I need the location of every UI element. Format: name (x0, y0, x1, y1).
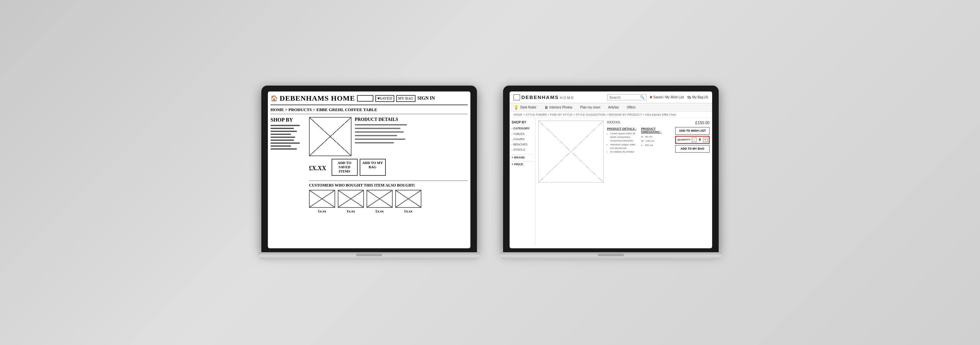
sketch-thumb-4: £x.xx (395, 190, 422, 213)
wf-product-right: XXXXXX. £150.00 PRODUCT DETAILS : (607, 121, 710, 183)
wf-product-price: £150.00 (695, 121, 710, 125)
thumb-price-2: £x.xx (347, 209, 355, 213)
wf-bag-label: My Bag (4) (692, 95, 708, 99)
laptop-base-right (500, 252, 722, 259)
subnav-item-offers[interactable]: Offers (627, 105, 636, 109)
sidebar-item-benches[interactable]: - BENCHES (512, 142, 533, 147)
image-x-lines (310, 118, 351, 156)
wireframe-screen: DEBENHAMS HOME Search 🔍 ♥ Saved / My Wis… (510, 91, 712, 248)
subnav-item-plan-room[interactable]: Plan my room (580, 105, 600, 109)
sidebar-brand-section[interactable]: + BRAND (512, 154, 533, 159)
wf-product-top: XXXXXX. £150.00 PRODUCT DETAILS : (538, 121, 710, 183)
filter-line-4 (270, 134, 291, 135)
wf-subnav: 💡 Style finder 🖥 Interiors Photos Plan m… (510, 103, 712, 112)
subnav-label-plan-room: Plan my room (580, 105, 600, 109)
subnav-item-style-finder[interactable]: 💡 Style finder (514, 105, 536, 110)
wf-quantity-label: QUANTITY (677, 138, 690, 141)
subnav-item-articles[interactable]: Articles (608, 105, 619, 109)
wf-dim-h: H : 50 cm (641, 135, 673, 139)
filter-line-1 (270, 125, 300, 126)
wf-dimensions-label: PRODUCT DIMENSIONS : (641, 127, 673, 134)
sketch-price-buttons: £X.XX ADD TO SAVED ITEMS ADD TO MY BAG (309, 159, 468, 178)
thumb-price-1: £x.xx (318, 209, 326, 213)
wf-detail-text: Lorem ipsum dolor sit amet consectetur n… (607, 132, 639, 154)
wf-wishlist[interactable]: ♥ Saved / My Wish List (650, 95, 684, 100)
sketch-price: £X.XX (309, 165, 326, 172)
detail-item-3: Si vetares ita miratur (610, 150, 639, 154)
wf-logo-home: HOME (560, 96, 574, 100)
add-to-wishlist-button[interactable]: ADD TO WISH LIST (675, 127, 710, 135)
detail-item-2: Interdum volgus videt, est ubi peccat (610, 143, 639, 150)
filter-line-7 (270, 142, 300, 144)
quantity-minus-button[interactable]: - (692, 138, 697, 142)
detail-line-5 (355, 138, 406, 140)
wishlist-heart-icon: ♥ (650, 95, 652, 100)
sidebar-price-section[interactable]: + PRICE (512, 161, 533, 166)
sidebar-item-stools[interactable]: - STOOLS (512, 147, 533, 152)
sketch-bag-btn[interactable]: ADD TO MY BAG (360, 159, 386, 176)
wf-main: XXXXXX. £150.00 PRODUCT DETAILS : (536, 118, 712, 245)
screen-inner-left: 🏠 DEBENHAMS HOME ♥SAVED MY BAG SIGN IN H… (268, 91, 470, 248)
thumb-image-3 (366, 190, 393, 208)
filter-line-2 (270, 128, 294, 129)
sketch-product-details: PRODUCT DETAILS (355, 117, 468, 156)
sketch-shopby-label: SHOP BY (270, 117, 306, 123)
sketch-action-buttons: ADD TO SAVED ITEMS ADD TO MY BAG (332, 159, 386, 176)
wf-search-input[interactable]: Search (609, 95, 639, 99)
subnav-label-style-finder: Style finder (520, 105, 536, 109)
thumb-image-1 (309, 190, 335, 208)
sketch-screen: 🏠 DEBENHAMS HOME ♥SAVED MY BAG SIGN IN H… (268, 91, 470, 248)
wf-search-area[interactable]: Search 🔍 (607, 94, 646, 100)
filter-line-9 (270, 148, 297, 149)
sketch-details-title: PRODUCT DETAILS (355, 117, 468, 122)
sketch-signin[interactable]: SIGN IN (417, 96, 435, 101)
subnav-label-offers: Offers (627, 105, 636, 109)
detail-line-3 (355, 131, 404, 133)
thumb-image-2 (338, 190, 364, 208)
wf-product-image (538, 121, 604, 183)
wf-bag[interactable]: 🛍 My Bag (4) (687, 95, 708, 100)
filter-line-3 (270, 131, 297, 132)
sketch-header: 🏠 DEBENHAMS HOME ♥SAVED MY BAG SIGN IN (270, 94, 468, 105)
wf-info-row: PRODUCT DETAILS : Lorem ipsum dolor sit … (607, 127, 710, 154)
sketch-breadcrumb: HOME > PRODUCTS > EBBE GREHL COFFEE TABL… (270, 107, 468, 114)
sketch-main: SHOP BY (270, 117, 468, 213)
add-to-bag-button[interactable]: ADD TO MY BAG (675, 145, 710, 153)
sketch-logo: DEBENHAMS HOME (280, 94, 355, 103)
wf-logo-texts: DEBENHAMS HOME (521, 94, 574, 100)
detail-line-4 (355, 135, 397, 136)
detail-line-1 (355, 124, 407, 126)
sketch-bag-box[interactable]: MY BAG (396, 95, 415, 102)
thumb-price-3: £x.xx (375, 209, 384, 213)
wf-actions-section: ADD TO WISH LIST QUANTITY - 4 + ADD TO M… (675, 127, 710, 154)
sketch-saved-btn[interactable]: ADD TO SAVED ITEMS (332, 159, 358, 176)
quantity-plus-button[interactable]: + (703, 138, 708, 142)
wf-price-name-row: XXXXXX. £150.00 (607, 121, 710, 125)
sketch-thumb-1: £x.xx (309, 190, 335, 213)
sidebar-item-chairs[interactable]: - CHAIRS (512, 137, 533, 142)
bag-icon: 🛍 (687, 95, 691, 100)
subnav-item-interiors[interactable]: 🖥 Interiors Photos (544, 105, 572, 110)
screen-outer-left: 🏠 DEBENHAMS HOME ♥SAVED MY BAG SIGN IN H… (261, 86, 477, 252)
laptop-right: DEBENHAMS HOME Search 🔍 ♥ Saved / My Wis… (500, 86, 722, 259)
sketch-sidebar: SHOP BY (270, 117, 306, 213)
wf-category-label[interactable]: - CATEGORY (512, 127, 533, 130)
sketch-detail-lines (355, 124, 468, 144)
wf-logo-icon (514, 94, 520, 100)
wf-shopby-title: SHOP BY (512, 121, 533, 124)
sidebar-item-tables[interactable]: - TABLES (512, 131, 533, 137)
filter-line-5 (270, 137, 295, 138)
sketch-saved-box[interactable]: ♥SAVED (375, 95, 394, 102)
laptop-left: 🏠 DEBENHAMS HOME ♥SAVED MY BAG SIGN IN H… (258, 86, 480, 259)
home-icon: 🏠 (270, 95, 278, 102)
screen-outer-right: DEBENHAMS HOME Search 🔍 ♥ Saved / My Wis… (503, 86, 719, 252)
wf-logo-brand: DEBENHAMS (521, 94, 559, 100)
bulb-icon: 💡 (514, 105, 519, 110)
wf-dim-w: W : 100 cm (641, 139, 673, 143)
wf-wishlist-label: Saved / My Wish List (653, 95, 684, 99)
sketch-search-box[interactable] (357, 95, 373, 102)
wf-dimensions-section: PRODUCT DIMENSIONS : H : 50 cm W : 100 c… (641, 127, 673, 154)
wf-breadcrumb: HOME > STYLE FINDER > FIND MY STYLE > ST… (510, 112, 712, 118)
wf-sidebar: SHOP BY - CATEGORY - TABLES - CHAIRS - B… (510, 118, 536, 245)
wf-product-name: XXXXXX. (607, 121, 621, 124)
